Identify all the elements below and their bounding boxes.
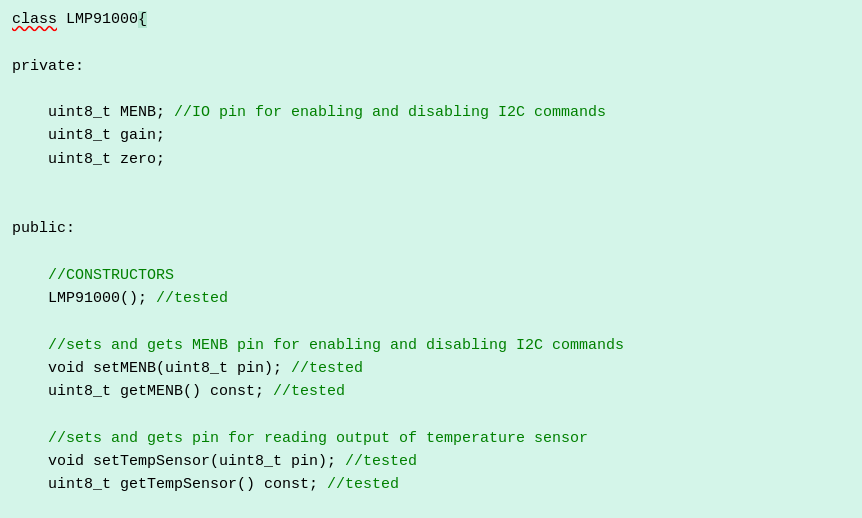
line-1: class LMP91000{ — [12, 8, 850, 31]
line-empty-7 — [12, 403, 850, 426]
comment-constructors: //CONSTRUCTORS — [48, 267, 174, 284]
comment-sets-gets-menb: //sets and gets MENB pin for enabling an… — [48, 337, 624, 354]
code-editor: class LMP91000{ private: uint8_t MENB; /… — [0, 0, 862, 518]
line-zero: uint8_t zero; — [12, 148, 850, 171]
line-public: public: — [12, 217, 850, 240]
class-keyword: class — [12, 11, 57, 28]
line-comment-temp-sensor: //sets and gets pin for reading output o… — [12, 427, 850, 450]
line-empty-6 — [12, 310, 850, 333]
line-set-temp-sensor: void setTempSensor(uint8_t pin); //teste… — [12, 450, 850, 473]
line-constructor: LMP91000(); //tested — [12, 287, 850, 310]
class-name-highlight: { — [138, 11, 147, 28]
line-gain: uint8_t gain; — [12, 124, 850, 147]
comment-menb: //IO pin for enabling and disabling I2C … — [174, 104, 606, 121]
line-constructors-comment: //CONSTRUCTORS — [12, 264, 850, 287]
line-empty-3 — [12, 171, 850, 194]
line-set-menb: void setMENB(uint8_t pin); //tested — [12, 357, 850, 380]
line-empty-2 — [12, 78, 850, 101]
line-empty-4 — [12, 194, 850, 217]
line-get-temp-sensor: uint8_t getTempSensor() const; //tested — [12, 473, 850, 496]
line-private: private: — [12, 55, 850, 78]
comment-get-menb-tested: //tested — [273, 383, 345, 400]
line-comment-sets-gets-menb: //sets and gets MENB pin for enabling an… — [12, 334, 850, 357]
comment-set-temp-tested: //tested — [345, 453, 417, 470]
comment-temp-sensor: //sets and gets pin for reading output o… — [48, 430, 588, 447]
line-empty-1 — [12, 31, 850, 54]
line-empty-5 — [12, 241, 850, 264]
comment-get-temp-tested: //tested — [327, 476, 399, 493]
comment-constructor-tested: //tested — [156, 290, 228, 307]
line-get-menb: uint8_t getMENB() const; //tested — [12, 380, 850, 403]
comment-set-menb-tested: //tested — [291, 360, 363, 377]
line-menb: uint8_t MENB; //IO pin for enabling and … — [12, 101, 850, 124]
